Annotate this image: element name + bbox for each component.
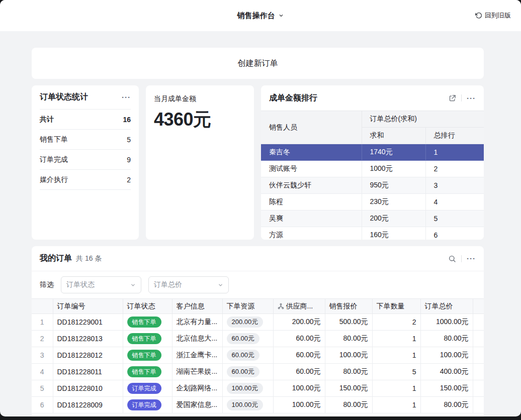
more-icon[interactable]: ···	[122, 93, 131, 101]
customer-cell: 北京有力量...	[172, 314, 222, 331]
row-index: 2	[32, 331, 53, 347]
status-row[interactable]: 销售下单 5	[40, 130, 131, 150]
order-row[interactable]: 6 DD181228009 订单完成 爱国家信息... 100.00元 100.…	[32, 397, 484, 413]
rank-cell: 1	[425, 144, 484, 161]
customer-cell: 湖南芒果娱...	[172, 364, 222, 380]
orders-table-header: 订单编号 订单状态 客户信息 下单资源 供应商... 销售报价 下单数量 订单	[32, 299, 484, 314]
divider	[461, 255, 462, 262]
more-icon[interactable]: ···	[467, 255, 476, 262]
spacer-cell	[473, 397, 484, 413]
row-index: 5	[32, 380, 53, 397]
total-cell: 80.00元	[420, 397, 473, 413]
month-amount-label: 当月成单金额	[154, 94, 246, 103]
back-to-old-version-link[interactable]: 回到旧版	[475, 11, 511, 20]
status-badge: 销售下单	[127, 350, 161, 361]
order-total-filter-select[interactable]: 订单总价	[148, 276, 229, 293]
resource-tag: 60.00元	[227, 366, 260, 377]
select-value: 订单状态	[66, 280, 95, 289]
status-badge: 销售下单	[127, 317, 161, 328]
col-header-quote[interactable]: 销售报价	[325, 299, 372, 314]
col-header-supplier[interactable]: 供应商...	[273, 299, 325, 314]
rank-cell: 3	[425, 177, 484, 194]
create-order-button[interactable]: 创建新订单	[32, 48, 484, 79]
resource-cell: 100.00元	[222, 397, 273, 413]
customer-cell: 浙江金鹰卡...	[172, 347, 222, 364]
more-icon[interactable]: ···	[467, 94, 476, 102]
col-header-person[interactable]: 销售人员	[261, 111, 362, 144]
ranking-row[interactable]: 测试账号 1000元 2	[261, 161, 484, 177]
order-status-filter-select[interactable]: 订单状态	[61, 276, 141, 293]
ranking-card-header: 成单金额排行 ···	[261, 85, 484, 111]
ranking-row[interactable]: 陈程 230元 4	[261, 194, 484, 211]
person-cell: 秦吉冬	[261, 144, 362, 161]
col-header-spacer	[473, 299, 484, 314]
col-header-resource[interactable]: 下单资源	[222, 299, 273, 314]
quote-cell: 80.00元	[325, 397, 372, 413]
status-card-header: 订单状态统计 ···	[40, 85, 131, 110]
month-amount-value: 4360元	[154, 108, 246, 132]
supplier-cell: 100.00元	[273, 380, 325, 397]
resource-tag: 200.00元	[227, 317, 264, 328]
status-value: 5	[127, 136, 131, 144]
sum-cell: 950元	[362, 177, 425, 194]
col-header-quantity[interactable]: 下单数量	[372, 299, 420, 314]
supplier-cell: 60.00元	[273, 364, 325, 380]
order-row[interactable]: 2 DD181228013 销售下单 北京信息大... 60.00元 60.00…	[32, 331, 484, 347]
col-header-customer[interactable]: 客户信息	[172, 299, 222, 314]
order-row[interactable]: 5 DD181228010 订单完成 企划路网络... 100.00元 100.…	[32, 380, 484, 397]
ranking-row[interactable]: 方源 160元 6	[261, 227, 484, 240]
dashboard-content: 创建新订单 订单状态统计 ··· 共计 16 销售下单 5	[0, 31, 521, 416]
quote-cell: 80.00元	[325, 364, 372, 380]
resource-tag: 60.00元	[227, 333, 260, 344]
ranking-row-selected[interactable]: 秦吉冬 1740元 1	[261, 144, 484, 161]
supplier-cell: 200.00元	[273, 314, 325, 331]
status-cell: 订单完成	[123, 397, 172, 413]
resource-tag: 100.00元	[227, 383, 264, 394]
status-value: 16	[123, 116, 131, 124]
relation-field-icon	[278, 303, 284, 309]
col-header-rank[interactable]: 总排行	[425, 128, 484, 144]
search-icon[interactable]	[448, 255, 456, 263]
col-header-order-no[interactable]: 订单编号	[53, 299, 123, 314]
spacer-cell	[473, 347, 484, 364]
col-header-total-group[interactable]: 订单总价(求和)	[362, 111, 484, 128]
rank-cell: 5	[425, 211, 484, 227]
status-row[interactable]: 订单完成 9	[40, 150, 131, 170]
col-header-total[interactable]: 订单总价	[420, 299, 473, 314]
status-cell: 销售下单	[123, 347, 172, 364]
status-label: 订单完成	[40, 155, 68, 164]
status-row-total[interactable]: 共计 16	[40, 110, 131, 130]
spacer-cell	[473, 314, 484, 331]
ranking-row[interactable]: 伙伴云魏少轩 950元 3	[261, 177, 484, 194]
order-row[interactable]: 1 DD181229001 销售下单 北京有力量... 200.00元 200.…	[32, 314, 484, 331]
order-row[interactable]: 3 DD181228012 销售下单 浙江金鹰卡... 60.00元 60.00…	[32, 347, 484, 364]
amount-ranking-card: 成单金额排行 ··· 销售人员 订单总价(求和)	[261, 85, 484, 240]
status-label: 共计	[40, 115, 54, 124]
select-value: 订单总价	[154, 280, 182, 289]
order-row[interactable]: 4 DD181228011 销售下单 湖南芒果娱... 60.00元 60.00…	[32, 364, 484, 380]
row-index: 4	[32, 364, 53, 380]
order-no-cell: DD181229001	[53, 314, 123, 331]
order-no-cell: DD181228009	[53, 397, 123, 413]
total-cell: 1000.00元	[420, 314, 473, 331]
col-header-status[interactable]: 订单状态	[123, 299, 172, 314]
rank-cell: 2	[425, 161, 484, 177]
order-no-cell: DD181228011	[53, 364, 123, 380]
resource-cell: 60.00元	[222, 347, 273, 364]
resource-tag: 60.00元	[227, 350, 260, 361]
col-header-sum[interactable]: 求和	[362, 128, 425, 144]
quantity-cell: 1	[372, 380, 420, 397]
sum-cell: 200元	[362, 211, 425, 227]
total-cell: 100.00元	[420, 347, 473, 364]
resource-cell: 60.00元	[222, 364, 273, 380]
quantity-cell: 5	[372, 364, 420, 380]
workspace-title-dropdown[interactable]: 销售操作台	[237, 11, 284, 21]
status-cell: 销售下单	[123, 331, 172, 347]
spacer-cell	[473, 380, 484, 397]
ranking-row[interactable]: 吴爽 200元 5	[261, 211, 484, 227]
status-row[interactable]: 媒介执行 2	[40, 170, 131, 190]
total-cell: 150.00元	[420, 380, 473, 397]
sum-cell: 1000元	[362, 161, 425, 177]
resource-cell: 200.00元	[222, 314, 273, 331]
export-icon[interactable]	[449, 94, 456, 102]
